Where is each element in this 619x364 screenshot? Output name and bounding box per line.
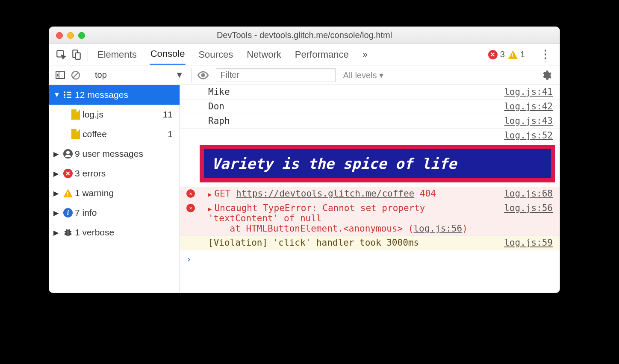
tab-console[interactable]: Console bbox=[150, 44, 186, 65]
source-link[interactable]: log.js:68 bbox=[504, 188, 555, 199]
warning-icon bbox=[508, 50, 518, 59]
chevron-right-icon[interactable]: ▶ bbox=[208, 205, 212, 212]
log-row[interactable]: Mike log.js:41 bbox=[180, 85, 560, 100]
log-row[interactable]: Raph log.js:43 bbox=[180, 114, 560, 129]
context-label: top bbox=[95, 70, 107, 80]
log-row-violation[interactable]: [Violation] 'click' handler took 3000ms … bbox=[180, 236, 560, 250]
warning-count-badge[interactable]: 1 bbox=[508, 50, 525, 59]
chevron-down-icon: ▼ bbox=[53, 91, 61, 99]
live-expression-icon[interactable] bbox=[195, 68, 211, 83]
tabs: Elements Console Sources Network Perform… bbox=[91, 44, 368, 65]
request-url[interactable]: https://devtools.glitch.me/coffee bbox=[236, 188, 414, 199]
tab-network[interactable]: Network bbox=[246, 45, 282, 65]
error-icon: ✕ bbox=[186, 189, 195, 198]
sidebar-info[interactable]: ▶ i 7 info bbox=[49, 203, 180, 223]
chevron-right-icon[interactable]: ▶ bbox=[208, 191, 212, 198]
sidebar-file[interactable]: log.js 11 bbox=[49, 105, 180, 124]
error-line-2: 'textContent' of null bbox=[208, 213, 322, 223]
sidebar-cat-label: 9 user messages bbox=[75, 149, 175, 159]
chevron-right-icon: ▶ bbox=[53, 150, 61, 158]
log-message: Mike bbox=[180, 87, 504, 97]
sidebar-warnings[interactable]: ▶ 1 warning bbox=[49, 183, 180, 203]
log-levels-select[interactable]: All levels ▾ bbox=[336, 70, 383, 80]
styled-log-message: Variety is the spice of life bbox=[200, 145, 555, 182]
chevron-right-icon: ▶ bbox=[53, 229, 61, 237]
clear-icon[interactable] bbox=[68, 68, 83, 83]
sidebar-cat-label: 1 verbose bbox=[75, 227, 175, 238]
chevron-right-icon: ▶ bbox=[53, 170, 61, 178]
info-icon: i bbox=[61, 208, 75, 217]
console-output: Mike log.js:41 Don log.js:42 Raph log.js… bbox=[180, 85, 560, 293]
sidebar-toggle-icon[interactable] bbox=[53, 68, 68, 83]
error-stack-end: ) bbox=[462, 223, 468, 234]
file-icon bbox=[69, 129, 83, 139]
devtools-window: DevTools - devtools.glitch.me/console/lo… bbox=[49, 26, 560, 293]
source-link[interactable]: log.js:59 bbox=[504, 238, 555, 248]
log-row[interactable]: Don log.js:42 bbox=[180, 100, 560, 114]
error-line-1: Uncaught TypeError: Cannot set property bbox=[214, 203, 425, 213]
svg-point-15 bbox=[66, 151, 70, 154]
sidebar-file-name: log.js bbox=[83, 109, 161, 120]
log-row-error[interactable]: ✕ ▶Uncaught TypeError: Cannot set proper… bbox=[180, 201, 560, 236]
file-icon bbox=[69, 109, 83, 120]
chevron-down-icon: ▼ bbox=[175, 70, 184, 80]
log-row-error[interactable]: ✕ ▶GET https://devtools.glitch.me/coffee… bbox=[180, 187, 560, 201]
titlebar: DevTools - devtools.glitch.me/console/lo… bbox=[49, 27, 560, 44]
source-link[interactable]: log.js:41 bbox=[504, 87, 555, 97]
sidebar-verbose[interactable]: ▶ 1 verbose bbox=[49, 223, 180, 242]
error-icon: ✕ bbox=[186, 204, 195, 212]
http-status: 404 bbox=[420, 188, 436, 199]
sidebar-cat-label: 1 warning bbox=[75, 188, 175, 198]
source-link[interactable]: log.js:42 bbox=[504, 101, 555, 112]
tab-performance[interactable]: Performance bbox=[294, 45, 350, 65]
http-method: GET bbox=[214, 188, 230, 199]
context-select[interactable]: top ▼ bbox=[91, 70, 188, 80]
svg-rect-2 bbox=[76, 53, 80, 59]
source-link[interactable]: log.js:43 bbox=[504, 116, 555, 126]
error-stack: at HTMLButtonElement.<anonymous> ( bbox=[208, 223, 413, 234]
console-prompt[interactable]: › bbox=[180, 250, 560, 268]
inspect-icon[interactable] bbox=[53, 47, 69, 62]
log-row-styled[interactable]: log.js:52 bbox=[180, 129, 560, 143]
toolbar: Elements Console Sources Network Perform… bbox=[49, 44, 560, 65]
source-link[interactable]: log.js:56 bbox=[504, 203, 555, 213]
window-title: DevTools - devtools.glitch.me/console/lo… bbox=[49, 30, 560, 40]
warning-icon bbox=[61, 189, 75, 197]
svg-rect-3 bbox=[56, 72, 65, 79]
filter-input[interactable] bbox=[216, 68, 336, 82]
error-count: 3 bbox=[500, 50, 505, 59]
log-message: Don bbox=[180, 101, 504, 112]
error-icon: ✕ bbox=[61, 169, 75, 178]
sidebar-errors[interactable]: ▶ ✕ 3 errors bbox=[49, 164, 180, 183]
error-icon: ✕ bbox=[488, 50, 498, 59]
chevron-right-icon: ▶ bbox=[53, 209, 61, 217]
sidebar-file[interactable]: coffee 1 bbox=[49, 124, 180, 144]
sidebar-file-count: 11 bbox=[161, 109, 175, 120]
sidebar-cat-label: 3 errors bbox=[75, 168, 175, 179]
gear-icon[interactable] bbox=[541, 70, 556, 81]
violation-message: [Violation] 'click' handler took 3000ms bbox=[201, 238, 504, 248]
user-icon bbox=[61, 149, 75, 159]
tab-elements[interactable]: Elements bbox=[97, 45, 138, 65]
tab-more[interactable]: » bbox=[362, 45, 368, 65]
chevron-right-icon: ▶ bbox=[53, 189, 61, 197]
list-icon bbox=[61, 90, 75, 100]
sidebar-user-messages[interactable]: ▶ 9 user messages bbox=[49, 144, 180, 164]
tab-sources[interactable]: Sources bbox=[197, 45, 234, 65]
svg-point-7 bbox=[201, 73, 205, 77]
bug-icon bbox=[61, 227, 75, 238]
console-sidebar: ▼ 12 messages log.js 11 coffee 1 ▶ bbox=[49, 85, 180, 293]
svg-line-6 bbox=[73, 72, 79, 78]
console-filterbar: top ▼ All levels ▾ bbox=[49, 65, 560, 85]
sidebar-messages-label: 12 messages bbox=[75, 90, 175, 100]
warning-count: 1 bbox=[520, 50, 525, 59]
source-link[interactable]: log.js:52 bbox=[504, 130, 555, 141]
sidebar-file-count: 1 bbox=[161, 129, 175, 139]
menu-icon[interactable]: ⋮ bbox=[536, 48, 555, 61]
stack-link[interactable]: log.js:56 bbox=[413, 223, 462, 234]
device-icon[interactable] bbox=[69, 47, 84, 62]
sidebar-cat-label: 7 info bbox=[75, 208, 175, 218]
sidebar-messages[interactable]: ▼ 12 messages bbox=[49, 85, 180, 105]
error-count-badge[interactable]: ✕ 3 bbox=[488, 50, 505, 59]
log-message: Raph bbox=[180, 116, 504, 126]
